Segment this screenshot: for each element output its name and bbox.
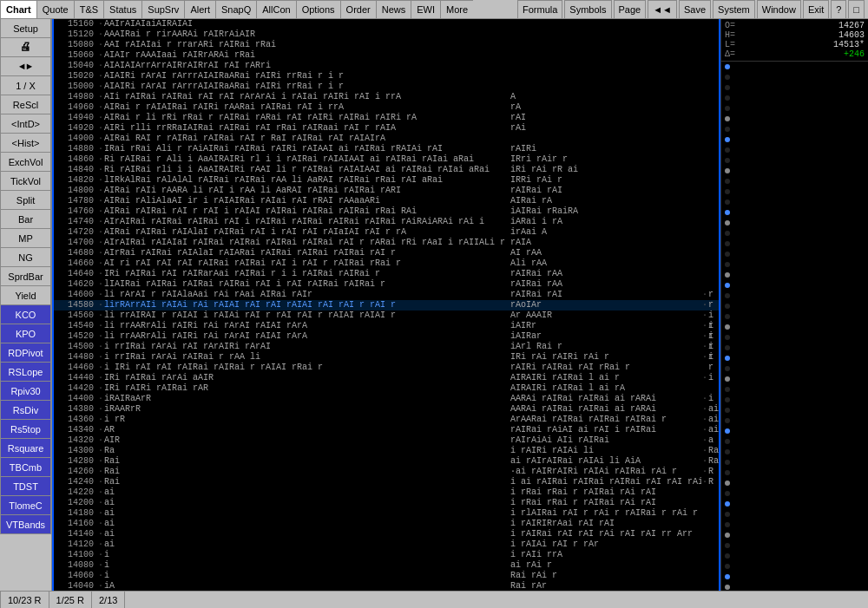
sb-setup[interactable]: Setup	[0, 19, 51, 38]
btn-symbols[interactable]: Symbols	[564, 0, 611, 19]
price-cell: 14120	[54, 539, 97, 550]
dot-row	[721, 405, 868, 415]
data-column[interactable]: 15160·AAIrAIAIaiAIRAIAI15120·AAAIRai r r…	[54, 19, 719, 591]
sb-tlomec[interactable]: TlomeC	[0, 496, 51, 515]
extra-cell: i r	[708, 342, 719, 352]
dot-separator-2: ·	[701, 467, 708, 477]
dot-row	[721, 582, 868, 591]
sb-tdst[interactable]: TDST	[0, 477, 51, 496]
sb-hist[interactable]: <Hist>	[0, 134, 51, 153]
btn-window[interactable]: Window	[757, 0, 801, 19]
tab-order[interactable]: Order	[340, 0, 376, 19]
sb-kpo[interactable]: KPO	[0, 324, 51, 343]
dot-separator: ·	[97, 467, 104, 477]
tab-options[interactable]: Options	[296, 0, 340, 19]
dot-indicator	[725, 356, 730, 361]
tab-snapq[interactable]: SnapQ	[215, 0, 256, 19]
sb-rsdiv[interactable]: RsDiv	[0, 401, 51, 420]
btn-formula[interactable]: Formula	[517, 0, 562, 19]
price-cell: 14180	[54, 508, 97, 519]
dot-separator: ·	[97, 134, 104, 144]
bar-data-right: iRi rAi rR ai	[510, 165, 701, 175]
tab-allcon[interactable]: AllCon	[256, 0, 295, 19]
dot-row	[721, 62, 868, 72]
extra-cell	[708, 487, 719, 498]
dot-separator-2: ·	[701, 342, 708, 352]
btn-system[interactable]: System	[713, 0, 755, 19]
tab-quote[interactable]: Quote	[36, 0, 74, 19]
dot-indicator	[725, 428, 730, 434]
dot-separator: ·	[97, 102, 104, 113]
sb-mp[interactable]: MP	[0, 229, 51, 248]
sb-bar[interactable]: Bar	[0, 210, 51, 229]
btn-help[interactable]: ?	[831, 0, 846, 19]
bar-data-right	[510, 19, 701, 29]
bar-data-right	[510, 29, 701, 40]
dot-indicator	[725, 179, 730, 184]
sb-exchvol[interactable]: ExchVol	[0, 153, 51, 172]
btn-rewind[interactable]: ◄◄	[648, 0, 677, 19]
sb-tbcmb[interactable]: TBCmb	[0, 458, 51, 477]
dot-separator-2	[701, 519, 708, 529]
sb-intd[interactable]: <IntD>	[0, 114, 51, 134]
btn-save[interactable]: Save	[679, 0, 711, 19]
table-row: 14640·IRi rAIRai rAI rAIRarAai rAIRai r …	[54, 269, 719, 279]
tab-chart[interactable]: Chart	[0, 0, 36, 19]
price-cell: 14480	[54, 352, 97, 363]
sb-print[interactable]: 🖨	[0, 38, 51, 57]
status-middle: 1/25 R	[49, 592, 92, 608]
dot-separator-2: ·	[701, 425, 708, 435]
bar-data-left: iA	[104, 581, 510, 591]
sb-arrows[interactable]: ◄ ►	[0, 57, 51, 76]
dot-separator-2	[701, 279, 708, 290]
bar-data-right: i ai rAIRai rAIRai rAIRai rAI rAI rAi rA…	[510, 477, 701, 487]
tab-news[interactable]: News	[376, 0, 411, 19]
sb-ng[interactable]: NG	[0, 248, 51, 267]
price-cell: 14280	[54, 456, 97, 467]
sb-rs5top[interactable]: Rs5top	[0, 420, 51, 439]
bar-data-right: rAIA	[510, 238, 701, 248]
tab-alert[interactable]: Alert	[184, 0, 215, 19]
price-cell: 14220	[54, 487, 97, 498]
extra-cell	[708, 186, 719, 196]
dot-separator: ·	[97, 477, 104, 487]
sb-rdpivot[interactable]: RDPivot	[0, 343, 51, 363]
tab-ts[interactable]: T&S	[74, 0, 103, 19]
left-arrow-icon: ◄	[19, 62, 25, 72]
table-row: 15060·AIAIr rAAAIaai rAIRrARAi rRai	[54, 50, 719, 61]
sb-rslope[interactable]: RSLope	[0, 363, 51, 382]
tab-status[interactable]: Status	[103, 0, 141, 19]
bar-data-right: i rAIAi rAI r rAr	[510, 539, 701, 550]
dot-separator: ·	[97, 508, 104, 519]
bar-data-right: AIRAIRi rAIRai l ai r	[510, 373, 701, 383]
btn-exit[interactable]: Exit	[803, 0, 829, 19]
sb-rsquare[interactable]: Rsquare	[0, 439, 51, 458]
bar-data-right: ·ai rAIRrAIRi rAIAi rAIRai rAi r	[510, 467, 701, 477]
dot-separator: ·	[97, 186, 104, 196]
table-row: 14340·ARrAIRai rAiAI ai rAI i rAIRai·ai	[54, 425, 719, 435]
sb-kco[interactable]: KCO	[0, 305, 51, 324]
dot-separator-2	[701, 550, 708, 560]
sb-tickvol[interactable]: TickVol	[0, 172, 51, 191]
bar-data-right: rAIRi rAIRai rAI rRai r	[510, 363, 701, 373]
sb-sprdbar[interactable]: SprdBar	[0, 267, 51, 286]
tab-supsrv[interactable]: SupSrv	[141, 0, 184, 19]
sb-yield[interactable]: Yield	[0, 286, 51, 305]
dot-row	[721, 207, 868, 218]
btn-minimize[interactable]: □	[848, 0, 865, 19]
bar-data-left: AAIrAIAIaiAIRAIAI	[104, 19, 510, 29]
sb-rescl[interactable]: ReScl	[0, 95, 51, 114]
tab-more[interactable]: More	[440, 0, 473, 19]
bar-data-left: AIRai r li rRi rRai r rAIRai rARai rAI r…	[104, 113, 510, 123]
dot-separator-2	[701, 196, 708, 206]
tab-ewi[interactable]: EWI	[411, 0, 440, 19]
sb-rpiv30[interactable]: Rpiv30	[0, 382, 51, 401]
sb-1x[interactable]: 1 / X	[0, 76, 51, 95]
dot-separator-2	[701, 258, 708, 269]
btn-page[interactable]: Page	[614, 0, 647, 19]
bar-data-right: rA	[510, 102, 701, 113]
sb-vtbands[interactable]: VTBands	[0, 515, 51, 534]
sb-split[interactable]: Split	[0, 191, 51, 210]
bar-data-left: AIi rAIRai rAIRai rAI rAI rArArAi i rAIa…	[104, 92, 510, 102]
dot-row	[721, 311, 868, 322]
